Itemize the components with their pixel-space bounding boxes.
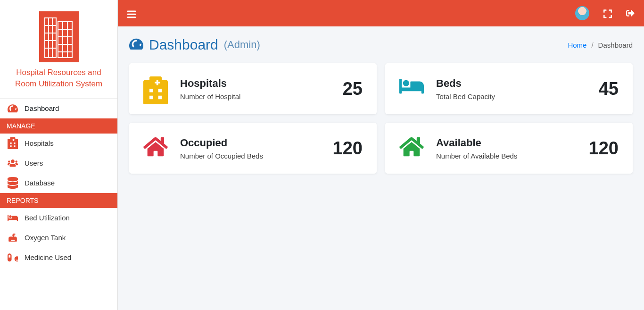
logo-icon bbox=[39, 11, 79, 62]
gauge-icon bbox=[8, 104, 18, 113]
card-info: Hospitals Number of Hospital bbox=[180, 77, 240, 101]
sidebar-item-hospitals[interactable]: Hospitals bbox=[0, 134, 117, 153]
pills-icon bbox=[8, 253, 18, 262]
building-icon bbox=[39, 11, 79, 62]
sidebar-item-users[interactable]: Users bbox=[0, 153, 117, 173]
hospital-icon bbox=[8, 139, 18, 148]
card-value: 120 bbox=[333, 138, 363, 159]
page-title-text: Dashboard bbox=[149, 37, 218, 53]
page-title: Dashboard (Admin) bbox=[129, 37, 260, 53]
logout-icon[interactable] bbox=[626, 9, 635, 17]
sidebar-item-label: Database bbox=[25, 179, 55, 187]
avatar[interactable] bbox=[575, 6, 589, 20]
breadcrumb-home[interactable]: Home bbox=[568, 41, 586, 49]
card-info: Available Number of Available Beds bbox=[436, 137, 517, 160]
card-subtitle: Number of Available Beds bbox=[436, 152, 517, 160]
topbar bbox=[118, 0, 644, 26]
card-subtitle: Number of Hospital bbox=[180, 92, 240, 101]
sidebar-item-label: Hospitals bbox=[25, 139, 54, 147]
card-title: Hospitals bbox=[180, 77, 240, 90]
page-subtitle: (Admin) bbox=[224, 39, 260, 51]
home-icon bbox=[143, 136, 168, 160]
card-left: Occupied Number of Occupied Beds bbox=[143, 136, 263, 160]
sidebar-item-label: Medicine Used bbox=[25, 253, 71, 261]
card-hospitals: Hospitals Number of Hospital 25 bbox=[129, 63, 377, 114]
sidebar-item-database[interactable]: Database bbox=[0, 173, 117, 193]
sidebar-item-oxygen-tank[interactable]: Oxygen Tank bbox=[0, 228, 117, 248]
users-icon bbox=[8, 159, 18, 168]
card-value: 45 bbox=[599, 79, 619, 99]
card-info: Occupied Number of Occupied Beds bbox=[180, 137, 263, 160]
sidebar: Hospital Resources and Room Utilization … bbox=[0, 0, 118, 310]
nav-main: Dashboard bbox=[0, 99, 117, 118]
sidebar-item-medicine-used[interactable]: Medicine Used bbox=[0, 248, 117, 268]
brand-line1: Hospital Resources and bbox=[5, 67, 113, 78]
nav-header-manage: MANAGE bbox=[0, 118, 117, 134]
cards-grid: Hospitals Number of Hospital 25 Beds Tot… bbox=[129, 63, 633, 174]
nav-manage: Hospitals Users Database bbox=[0, 134, 117, 193]
card-beds: Beds Total Bed Capacity 45 bbox=[385, 63, 633, 114]
oxygen-icon bbox=[8, 233, 18, 243]
card-value: 25 bbox=[343, 79, 363, 99]
card-available: Available Number of Available Beds 120 bbox=[385, 123, 633, 174]
topbar-right bbox=[575, 6, 635, 20]
brand-line2: Room Utilization System bbox=[5, 78, 113, 90]
bed-icon bbox=[399, 76, 424, 101]
sidebar-item-label: Bed Utilization bbox=[25, 214, 70, 222]
topbar-left bbox=[127, 9, 136, 17]
expand-icon[interactable] bbox=[603, 9, 612, 17]
card-title: Beds bbox=[436, 77, 495, 90]
database-icon bbox=[8, 178, 18, 188]
menu-toggle-icon[interactable] bbox=[127, 9, 136, 17]
card-left: Beds Total Bed Capacity bbox=[399, 76, 495, 101]
page-header: Dashboard (Admin) Home / Dashboard bbox=[129, 37, 633, 53]
main: Dashboard (Admin) Home / Dashboard Hospi… bbox=[118, 0, 644, 310]
home-icon bbox=[399, 136, 424, 160]
gauge-icon bbox=[129, 38, 143, 52]
content: Dashboard (Admin) Home / Dashboard Hospi… bbox=[118, 26, 644, 310]
card-left: Available Number of Available Beds bbox=[399, 136, 517, 160]
brand-name: Hospital Resources and Room Utilization … bbox=[5, 67, 113, 90]
card-title: Available bbox=[436, 137, 517, 149]
sidebar-item-label: Users bbox=[25, 159, 43, 167]
sidebar-item-bed-utilization[interactable]: Bed Utilization bbox=[0, 208, 117, 228]
hospital-icon bbox=[143, 76, 168, 101]
breadcrumb-sep: / bbox=[591, 41, 593, 49]
logo-section: Hospital Resources and Room Utilization … bbox=[0, 0, 117, 99]
card-info: Beds Total Bed Capacity bbox=[436, 77, 495, 101]
sidebar-item-label: Dashboard bbox=[25, 104, 59, 112]
card-occupied: Occupied Number of Occupied Beds 120 bbox=[129, 123, 377, 174]
breadcrumb: Home / Dashboard bbox=[568, 41, 633, 49]
breadcrumb-current: Dashboard bbox=[598, 41, 633, 49]
card-title: Occupied bbox=[180, 137, 263, 149]
card-subtitle: Total Bed Capacity bbox=[436, 92, 495, 101]
sidebar-item-label: Oxygen Tank bbox=[25, 234, 66, 242]
sidebar-item-dashboard[interactable]: Dashboard bbox=[0, 99, 117, 118]
card-subtitle: Number of Occupied Beds bbox=[180, 152, 263, 160]
bed-icon bbox=[8, 213, 18, 223]
card-left: Hospitals Number of Hospital bbox=[143, 76, 240, 101]
nav-reports: Bed Utilization Oxygen Tank Medicine Use… bbox=[0, 208, 117, 268]
card-value: 120 bbox=[589, 138, 619, 159]
nav-header-reports: REPORTS bbox=[0, 193, 117, 208]
